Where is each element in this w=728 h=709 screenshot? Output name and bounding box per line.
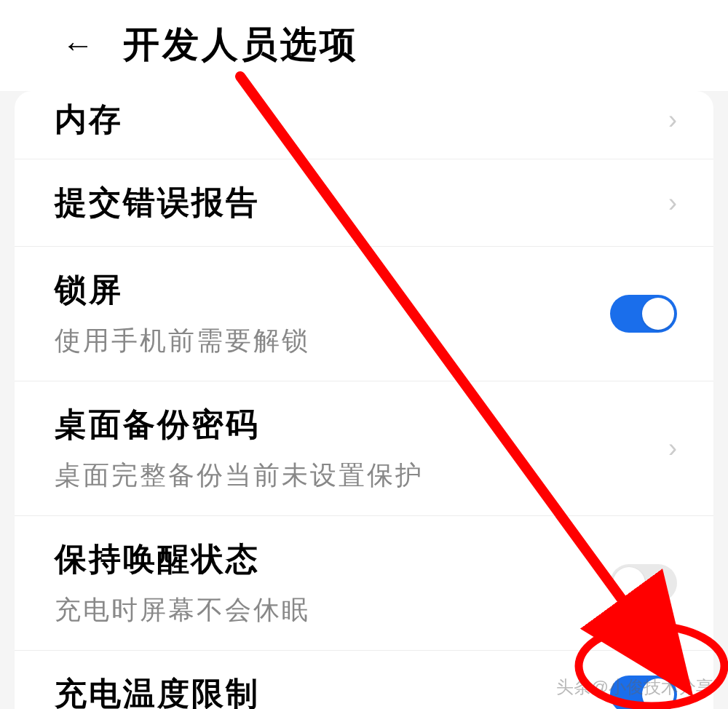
settings-card: 内存 › 提交错误报告 › 锁屏 使用手机前需要解锁 桌面备份密码 桌面完整备份… (15, 91, 713, 709)
setting-item-bug-report[interactable]: 提交错误报告 › (15, 159, 713, 247)
toggle-lockscreen[interactable] (610, 295, 677, 333)
item-text: 内存 (55, 98, 668, 141)
chevron-right-icon: › (668, 433, 677, 464)
setting-item-keep-awake[interactable]: 保持唤醒状态 充电时屏幕不会休眠 (15, 516, 713, 651)
chevron-right-icon: › (668, 105, 677, 135)
item-text: 充电温度限制 (55, 673, 610, 709)
item-text: 提交错误报告 (55, 181, 668, 224)
item-title: 锁屏 (55, 269, 610, 312)
item-subtitle: 桌面完整备份当前未设置保护 (55, 458, 668, 494)
toggle-knob (642, 298, 674, 330)
chevron-right-icon: › (668, 188, 677, 218)
setting-item-desktop-backup-password[interactable]: 桌面备份密码 桌面完整备份当前未设置保护 › (15, 381, 713, 516)
toggle-knob (613, 567, 645, 599)
item-title: 桌面备份密码 (55, 403, 668, 446)
watermark-text: 头条@小俊技术分享 (556, 676, 713, 699)
item-subtitle: 使用手机前需要解锁 (55, 323, 610, 359)
item-title: 保持唤醒状态 (55, 538, 610, 581)
setting-item-memory[interactable]: 内存 › (15, 91, 713, 159)
item-text: 桌面备份密码 桌面完整备份当前未设置保护 (55, 403, 668, 494)
item-title: 提交错误报告 (55, 181, 668, 224)
page-title: 开发人员选项 (123, 20, 359, 69)
item-title: 充电温度限制 (55, 673, 610, 709)
item-subtitle: 充电时屏幕不会休眠 (55, 593, 610, 628)
setting-item-lockscreen[interactable]: 锁屏 使用手机前需要解锁 (15, 247, 713, 381)
back-arrow-icon[interactable]: ← (62, 27, 94, 63)
item-text: 保持唤醒状态 充电时屏幕不会休眠 (55, 538, 610, 628)
item-title: 内存 (55, 98, 668, 141)
item-text: 锁屏 使用手机前需要解锁 (55, 269, 610, 359)
toggle-keep-awake[interactable] (610, 564, 677, 602)
header-bar: ← 开发人员选项 (0, 0, 728, 91)
